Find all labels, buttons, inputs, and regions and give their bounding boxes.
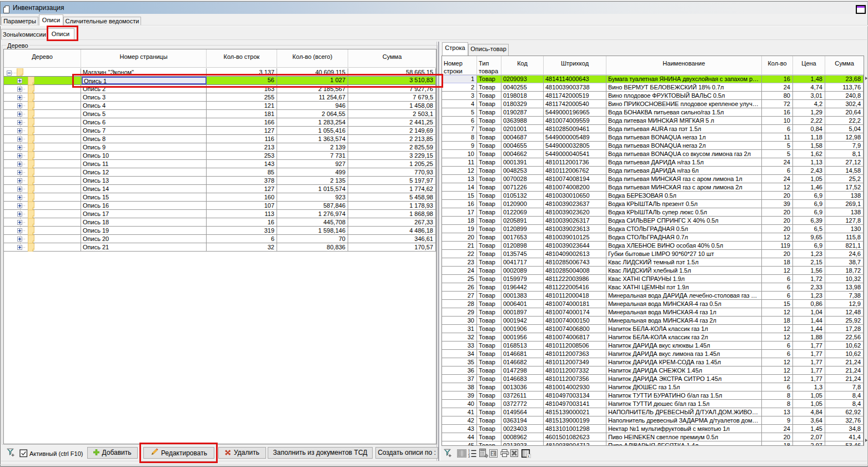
- svg-text:Σ: Σ: [491, 450, 495, 456]
- svg-text:3: 3: [468, 455, 470, 458]
- svg-text:x: x: [528, 454, 530, 458]
